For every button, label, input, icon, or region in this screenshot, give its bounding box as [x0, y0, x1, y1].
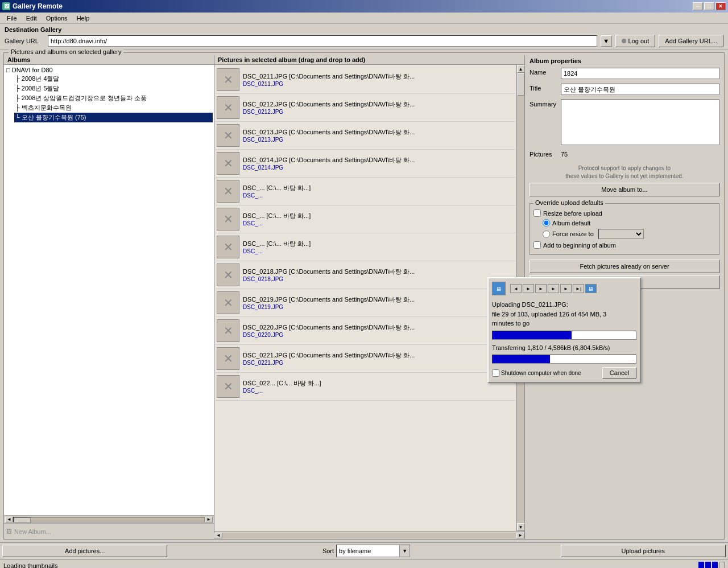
- upload-progress-bar2: [492, 355, 636, 364]
- move-album-button[interactable]: Move album to...: [530, 183, 719, 196]
- picture-info: DSC_0221.JPG [C:\Documents and Settings\…: [243, 351, 514, 366]
- menu-help[interactable]: Help: [72, 14, 94, 23]
- pictures-scroll-area: ✕ DSC_0211.JPG [C:\Documents and Setting…: [214, 65, 524, 531]
- picture-item[interactable]: ✕ DSC_0213.JPG [C:\Documents and Setting…: [216, 122, 515, 150]
- dialog-forward-button[interactable]: ►: [523, 284, 534, 293]
- albums-header: Albums: [4, 55, 214, 65]
- scroll-left-button[interactable]: ◄: [5, 517, 13, 522]
- pictures-list[interactable]: ✕ DSC_0211.JPG [C:\Documents and Setting…: [214, 65, 516, 531]
- add-gallery-button[interactable]: Add Gallery URL...: [659, 35, 723, 47]
- scrollbar-thumb[interactable]: [14, 517, 31, 523]
- picture-item[interactable]: ✕ DSC_... [C:\... 바탕 화...] DSC_...: [216, 178, 515, 205]
- picture-thumb: ✕: [217, 347, 239, 370]
- force-resize-select[interactable]: [598, 229, 644, 239]
- title-row: Title: [530, 84, 719, 95]
- album-default-label: Album default: [552, 220, 590, 227]
- minimize-button[interactable]: ─: [693, 2, 703, 10]
- prog-block-empty: [719, 562, 725, 569]
- tree-item-worldcup[interactable]: ├ 2008년 상암월드컵경기장으로 청년들과 소풍: [14, 93, 213, 103]
- picture-item[interactable]: ✕ DSC_0212.JPG [C:\Documents and Setting…: [216, 94, 515, 122]
- new-album-button[interactable]: New Album...: [14, 528, 51, 535]
- picture-sub: DSC_0214.JPG: [243, 164, 514, 171]
- vscroll-up[interactable]: ▲: [517, 65, 525, 73]
- dialog-back-button[interactable]: ◄: [510, 284, 522, 293]
- hscroll-left[interactable]: ◄: [214, 533, 222, 538]
- restore-button[interactable]: □: [704, 2, 714, 10]
- menu-bar: File Edit Options Help: [0, 13, 728, 24]
- pictures-panel: Pictures and albums on selected gallery …: [3, 52, 725, 540]
- dialog-header: 🖥 ◄ ► ► ► ► ►| 🖥: [492, 282, 636, 295]
- logout-button[interactable]: Log out: [615, 35, 656, 47]
- dest-gallery-label: Destination Gallery: [5, 26, 723, 33]
- picture-item[interactable]: ✕ DSC_0221.JPG [C:\Documents and Setting…: [216, 345, 515, 373]
- dialog-fwd3-button[interactable]: ►: [560, 284, 572, 293]
- menu-file[interactable]: File: [2, 14, 22, 23]
- menu-options[interactable]: Options: [42, 14, 72, 23]
- album-default-radio-row: Album default: [543, 219, 715, 227]
- resize-checkbox[interactable]: [533, 209, 541, 217]
- picture-item[interactable]: ✕ DSC_022... [C:\... 바탕 화...] DSC_...: [216, 373, 515, 401]
- picture-name: DSC_... [C:\... 바탕 화...]: [243, 184, 514, 192]
- picture-info: DSC_0220.JPG [C:\Documents and Settings\…: [243, 323, 514, 338]
- tree-item-april[interactable]: ├ 2008년 4월달: [14, 74, 213, 84]
- thumb-placeholder: ✕: [224, 129, 233, 142]
- fetch-pictures-button[interactable]: Fetch pictures already on server: [530, 260, 719, 273]
- shutdown-checkbox-row[interactable]: Shutdown computer when done: [492, 369, 581, 377]
- tree-item-osan[interactable]: └ 오산 물향기수목원 (75): [14, 113, 213, 122]
- add-pictures-button[interactable]: Add pictures...: [2, 545, 167, 557]
- picture-info: DSC_0212.JPG [C:\Documents and Settings\…: [243, 100, 514, 115]
- scroll-right-button[interactable]: ►: [205, 517, 213, 522]
- hscroll-right[interactable]: ►: [516, 533, 524, 538]
- summary-label: Summary: [530, 100, 561, 108]
- picture-item[interactable]: ✕ DSC_0214.JPG [C:\Documents and Setting…: [216, 150, 515, 178]
- upload-pictures-button[interactable]: Upload pictures: [561, 545, 726, 557]
- picture-sub: DSC_...: [243, 248, 514, 254]
- gallery-url-input[interactable]: [48, 35, 597, 47]
- albums-scrollbar: ◄ ►: [4, 515, 214, 523]
- upload-progress-bar1: [492, 331, 636, 340]
- scrollbar-track[interactable]: [13, 517, 205, 522]
- albums-tree[interactable]: □ DNAVI for D80 ├ 2008년 4월달 ├ 2008년 5월달 …: [4, 65, 214, 515]
- tree-item-baekcho[interactable]: ├ 벡초지문화수목원: [14, 103, 213, 113]
- dialog-skip-button[interactable]: ►: [535, 284, 547, 293]
- vscroll-down[interactable]: ▼: [517, 523, 525, 531]
- picture-item[interactable]: ✕ DSC_0211.JPG [C:\Documents and Setting…: [216, 66, 515, 94]
- picture-item[interactable]: ✕ DSC_0220.JPG [C:\Documents and Setting…: [216, 317, 515, 345]
- shutdown-checkbox[interactable]: [492, 369, 499, 377]
- dialog-fwd2-button[interactable]: ►: [548, 284, 559, 293]
- close-button[interactable]: ✕: [715, 2, 726, 10]
- panels-container: Albums □ DNAVI for D80 ├ 2008년 4월달 ├ 200…: [4, 55, 724, 539]
- pictures-row: Pictures 75: [530, 150, 719, 158]
- pictures-value: 75: [561, 150, 568, 158]
- picture-name: DSC_0220.JPG [C:\Documents and Settings\…: [243, 323, 514, 332]
- picture-item[interactable]: ✕ DSC_... [C:\... 바탕 화...] DSC_...: [216, 205, 515, 233]
- app-icon: 🖼: [2, 2, 10, 10]
- albums-footer: 🖼 New Album...: [4, 523, 214, 539]
- thumb-placeholder: ✕: [224, 296, 233, 310]
- picture-thumb: ✕: [217, 375, 239, 398]
- hscroll-track[interactable]: [222, 533, 516, 538]
- upload-dialog: 🖥 ◄ ► ► ► ► ►| 🖥 Uploadi: [487, 277, 641, 383]
- thumb-placeholder: ✕: [224, 212, 233, 226]
- picture-item[interactable]: ✕ DSC_0218.JPG [C:\Documents and Setting…: [216, 261, 515, 289]
- picture-item[interactable]: ✕ DSC_0219.JPG [C:\Documents and Setting…: [216, 289, 515, 317]
- album-default-radio[interactable]: [543, 219, 550, 227]
- menu-edit[interactable]: Edit: [22, 14, 42, 23]
- picture-info: DSC_... [C:\... 바탕 화...] DSC_...: [243, 240, 514, 254]
- summary-row: Summary: [530, 100, 719, 145]
- tree-item-may[interactable]: ├ 2008년 5월달: [14, 84, 213, 93]
- name-input[interactable]: [561, 68, 719, 79]
- picture-sub: DSC_...: [243, 388, 514, 394]
- cancel-button[interactable]: Cancel: [602, 367, 636, 378]
- sort-dropdown-arrow[interactable]: ▼: [399, 545, 410, 557]
- force-resize-radio[interactable]: [543, 231, 550, 238]
- dialog-fwd4-button[interactable]: ►|: [573, 284, 584, 293]
- add-beginning-checkbox[interactable]: [533, 241, 541, 249]
- picture-item[interactable]: ✕ DSC_... [C:\... 바탕 화...] DSC_...: [216, 233, 515, 261]
- tree-item-dnavi[interactable]: □ DNAVI for D80: [5, 66, 213, 74]
- gallery-url-dropdown[interactable]: ▼: [601, 35, 612, 47]
- vscroll-thumb[interactable]: [518, 73, 524, 96]
- title-input[interactable]: [561, 84, 719, 95]
- summary-textarea[interactable]: [561, 100, 719, 145]
- picture-sub: DSC_0213.JPG: [243, 137, 514, 143]
